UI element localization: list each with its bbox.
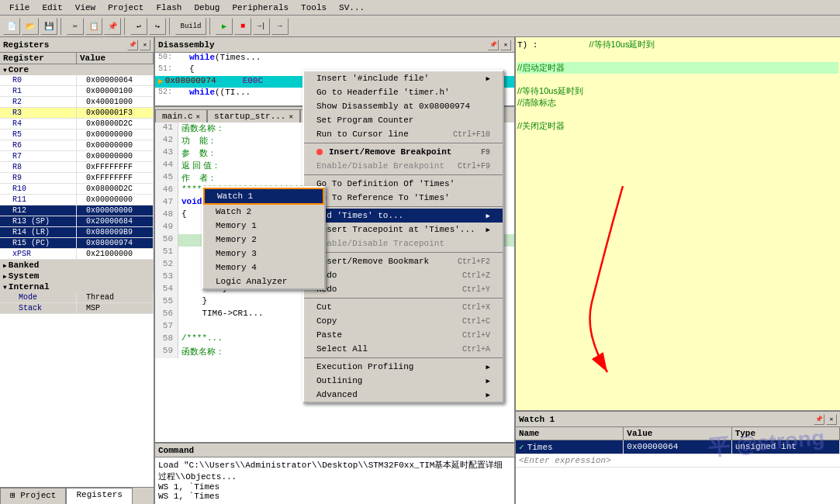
reg-r4-name: R4 [0, 119, 77, 129]
ctx-tracepoint[interactable]: Insert Tracepoint at 'Times'... ▶ [304, 223, 503, 236]
disassembly-title: Disassembly [158, 40, 215, 50]
reg-section-banked[interactable]: ▶ Banked [0, 260, 154, 271]
ctx-cut[interactable]: Cut Ctrl+X [304, 300, 503, 314]
ctx-outlining[interactable]: Outlining ▶ [304, 374, 503, 388]
ctx-enable-bp: Enable/Disable Breakpoint Ctrl+F9 [304, 159, 503, 173]
tab-project[interactable]: ⊞ Project [0, 488, 66, 504]
ctx-copy[interactable]: Copy Ctrl+C [304, 314, 503, 328]
submenu-memory1[interactable]: Memory 1 [203, 219, 324, 233]
tb-open[interactable]: 📂 [22, 18, 39, 35]
submenu-memory4[interactable]: Memory 4 [203, 261, 324, 274]
tab-main-c-close[interactable]: ✕ [196, 112, 200, 121]
submenu-watch2[interactable]: Watch 2 [203, 205, 324, 219]
tb-undo[interactable]: ↩ [130, 18, 147, 35]
watch-check-icon: ✓ [519, 442, 524, 452]
tb-step-into[interactable]: →| [253, 18, 270, 35]
menu-debug[interactable]: Debug [188, 2, 226, 14]
ctx-select-all[interactable]: Select All Ctrl+A [304, 342, 503, 356]
tb-sep3 [169, 18, 172, 35]
reg-r10-name: R10 [0, 184, 77, 194]
menu-file[interactable]: File [3, 2, 36, 14]
reg-r2-name: R2 [0, 97, 77, 107]
reg-xpsr-value: 0x21000000 [77, 249, 154, 259]
tb-copy[interactable]: 📋 [85, 18, 102, 35]
tb-build[interactable]: Build [175, 18, 206, 35]
registers-close-icon[interactable]: ✕ [140, 40, 150, 50]
tb-paste[interactable]: 📌 [104, 18, 121, 35]
command-content[interactable]: Load "C:\\Users\\Administrator\\Desktop\… [155, 457, 514, 504]
menu-tools[interactable]: Tools [295, 2, 333, 14]
right-code-area[interactable]: T) : //等待10us延时到 //启动定时器 //等待10us延时到 //清… [516, 37, 840, 411]
reg-section-system[interactable]: ▶ System [0, 271, 154, 281]
ctx-paste-shortcut: Ctrl+V [462, 331, 490, 340]
submenu-memory2[interactable]: Memory 2 [203, 233, 324, 247]
watch-input-field[interactable]: <Enter expression> [516, 454, 624, 467]
tb-stop[interactable]: ■ [234, 18, 251, 35]
ctx-bookmark[interactable]: Insert/Remove Bookmark Ctrl+F2 [304, 254, 503, 268]
tb-new[interactable]: 📄 [3, 18, 20, 35]
registers-header: Register Value [0, 53, 154, 64]
ctx-undo[interactable]: Undo Ctrl+Z [304, 268, 503, 282]
menu-peripherals[interactable]: Peripherals [226, 2, 295, 14]
watch-row-input: <Enter expression> [516, 454, 840, 468]
watch1-pin-icon[interactable]: 📌 [814, 414, 824, 425]
reg-row-r12: R12 0x00000000 [0, 205, 154, 216]
system-toggle[interactable]: ▶ [3, 273, 7, 280]
reg-r7-value: 0x00000000 [77, 151, 154, 161]
reg-mode-name: Mode [0, 292, 77, 302]
registers-pin-icon[interactable]: 📌 [127, 40, 138, 50]
tab-main-c-label: main.c [162, 112, 193, 121]
reg-r3-value: 0x000001F3 [77, 108, 154, 118]
tab-main-c[interactable]: main.c ✕ [155, 109, 207, 123]
watch1-close-icon[interactable]: ✕ [826, 414, 837, 425]
ctx-set-pc[interactable]: Set Program Counter [304, 113, 503, 127]
reg-section-core[interactable]: ▼ Core [0, 64, 154, 75]
submenu-memory3[interactable]: Memory 3 [203, 247, 324, 261]
tb-step-over[interactable]: → [271, 18, 289, 35]
watch-type-times: unsigned int [732, 440, 840, 454]
tb-sep2 [124, 18, 127, 35]
reg-section-internal[interactable]: ▼ Internal [0, 281, 154, 292]
tab-registers[interactable]: Registers [66, 488, 132, 504]
menu-sv[interactable]: SV... [333, 2, 371, 14]
tab-startup[interactable]: startup_str... ✕ [207, 109, 300, 123]
tb-redo[interactable]: ↪ [149, 18, 166, 35]
internal-toggle[interactable]: ▼ [3, 284, 7, 291]
banked-label: Banked [9, 261, 40, 270]
ctx-insert-include[interactable]: Insert '#include file' ▶ [304, 71, 503, 85]
submenu-logic-analyzer[interactable]: Logic Analyzer [203, 274, 324, 288]
ctx-goto-def[interactable]: Go To Definition Of 'Times' [304, 177, 503, 191]
reg-sp-name: R13 (SP) [0, 216, 77, 226]
ctx-paste[interactable]: Paste Ctrl+V [304, 328, 503, 342]
tb-cut[interactable]: ✂ [67, 18, 84, 35]
reg-row-stack: Stack MSP [0, 303, 154, 314]
ctx-advanced[interactable]: Advanced ▶ [304, 388, 503, 402]
reg-row-r3: R3 0x000001F3 [0, 108, 154, 119]
reg-r5-name: R5 [0, 129, 77, 140]
tb-run[interactable]: ▶ [216, 18, 233, 35]
watch1-controls: 📌 ✕ [814, 414, 837, 425]
core-label: Core [9, 65, 29, 74]
ctx-exec-profile[interactable]: Execution Profiling ▶ [304, 360, 503, 374]
disasm-close-icon[interactable]: ✕ [500, 40, 511, 50]
menu-flash[interactable]: Flash [150, 2, 188, 14]
right-line-3: //启动定时器 [517, 62, 838, 74]
ctx-sep3 [304, 206, 503, 207]
reg-row-pc: R15 (PC) 0x08000974 [0, 238, 154, 249]
tb-save[interactable]: 💾 [40, 18, 57, 35]
menu-view[interactable]: View [69, 2, 102, 14]
ctx-add-to[interactable]: Add 'Times' to... ▶ [304, 209, 503, 223]
ctx-show-disasm[interactable]: Show Disassembly at 0x08000974 [304, 99, 503, 113]
core-toggle[interactable]: ▼ [3, 67, 7, 74]
submenu-watch1[interactable]: Watch 1 [203, 188, 324, 205]
ctx-run-cursor[interactable]: Run to Cursor line Ctrl+F10 [304, 127, 503, 141]
ctx-breakpoint[interactable]: Insert/Remove Breakpoint F9 [304, 145, 503, 159]
menu-project[interactable]: Project [102, 2, 150, 14]
tab-startup-close[interactable]: ✕ [289, 112, 292, 121]
banked-toggle[interactable]: ▶ [3, 262, 7, 269]
ctx-goto-header[interactable]: Go to Headerfile 'timer.h' [304, 85, 503, 99]
ctx-goto-ref[interactable]: Go To Reference To 'Times' [304, 191, 503, 205]
disasm-pin-icon[interactable]: 📌 [488, 40, 499, 50]
ctx-redo[interactable]: Redo Ctrl+Y [304, 282, 503, 296]
menu-edit[interactable]: Edit [36, 2, 68, 14]
